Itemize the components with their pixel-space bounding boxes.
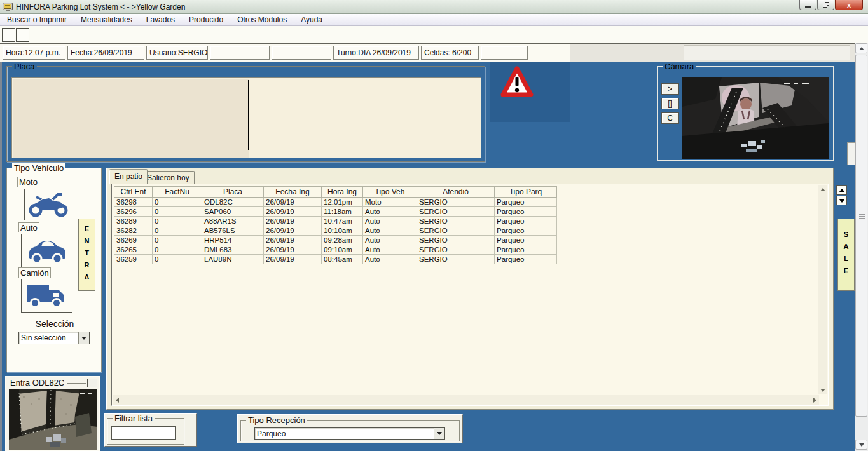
vehicle-table: Ctrl Ent FactNu Placa Fecha Ing Hora Ing…	[114, 186, 557, 264]
restore-icon	[823, 2, 829, 8]
table-cell: Auto	[363, 217, 417, 226]
camera-group-label: Cámara	[663, 62, 696, 71]
table-row[interactable]: 362960SAP06026/09/1911:18amAutoSERGIOPar…	[114, 207, 557, 217]
arrow-left-icon	[116, 398, 119, 403]
restore-button[interactable]	[817, 0, 834, 10]
seleccion-dropdown[interactable]: Sin selección	[18, 332, 90, 344]
moto-button[interactable]	[24, 189, 72, 220]
scroll-up-button[interactable]	[855, 43, 867, 53]
list-horizontal-scrollbar[interactable]	[113, 395, 819, 405]
reception-panel: Tipo Recepción Parqueo	[237, 414, 463, 443]
toolbar-button-2[interactable]	[16, 28, 29, 42]
table-cell: 26/09/19	[264, 217, 322, 226]
camera-live-image	[682, 77, 829, 159]
entra-button[interactable]: ENTRA	[78, 219, 95, 291]
menu-producido[interactable]: Producido	[182, 14, 230, 25]
camera-capture-button[interactable]: C	[661, 112, 679, 124]
table-cell: 36282	[114, 226, 153, 236]
entry-snapshot-image	[9, 389, 97, 450]
table-cell: 36269	[114, 236, 153, 245]
toolbar-button-1[interactable]	[2, 28, 15, 42]
auto-button[interactable]	[21, 234, 72, 267]
chevron-down-icon	[437, 432, 442, 435]
table-cell: Auto	[363, 245, 417, 255]
tab-en-patio[interactable]: En patio	[109, 170, 148, 184]
window-scrollbar[interactable]	[855, 43, 868, 451]
scroll-down-button[interactable]	[855, 440, 867, 450]
table-cell: ODL82C	[202, 198, 264, 207]
row-down-spinner[interactable]	[836, 196, 847, 205]
status-empty-1	[210, 46, 270, 60]
table-cell: SERGIO	[417, 245, 495, 255]
reception-dropdown[interactable]: Parqueo	[254, 427, 445, 440]
camion-label: Camión	[18, 267, 51, 278]
status-hora: Hora:12:07 p.m.	[3, 46, 65, 60]
table-body: 362980ODL82C26/09/1912:01pmMotoSERGIOPar…	[114, 198, 557, 264]
table-row[interactable]: 362890A88AR1S26/09/1910:47amAutoSERGIOPa…	[114, 217, 557, 226]
table-cell: 36259	[114, 255, 153, 264]
app-icon	[3, 3, 13, 11]
close-icon: x	[847, 1, 851, 9]
dropdown-arrow-button[interactable]	[78, 332, 89, 344]
camera-play-button[interactable]: >	[661, 83, 679, 95]
col-placa[interactable]: Placa	[202, 187, 264, 198]
table-cell: Parqueo	[495, 245, 557, 255]
table-cell: 09:10am	[322, 245, 363, 255]
table-cell: Auto	[363, 236, 417, 245]
status-empty-2	[272, 46, 331, 60]
list-scroll-down[interactable]	[818, 386, 827, 394]
status-empty-3	[481, 46, 528, 60]
table-cell: 10:47am	[322, 217, 363, 226]
camera-stop-button[interactable]: []	[661, 98, 679, 109]
minimize-button[interactable]	[799, 0, 816, 10]
spin-down-icon	[839, 199, 845, 203]
col-atendio[interactable]: Atendió	[417, 187, 495, 198]
table-cell: 0	[153, 198, 202, 207]
col-ctrl-ent[interactable]: Ctrl Ent	[114, 187, 153, 198]
reception-group: Tipo Recepción Parqueo	[240, 420, 460, 441]
menu-mensualidades[interactable]: Mensualidades	[74, 14, 139, 25]
list-scroll-right[interactable]	[811, 396, 819, 404]
camion-button[interactable]	[21, 279, 72, 313]
text-caret	[248, 80, 249, 150]
table-cell: 26/09/19	[264, 245, 322, 255]
list-scroll-left[interactable]	[113, 396, 121, 404]
menu-ayuda[interactable]: Ayuda	[294, 14, 329, 25]
table-row[interactable]: 362650DML68326/09/1909:10amAutoSERGIOPar…	[114, 245, 557, 255]
menu-otros-modulos[interactable]: Otros Módulos	[230, 14, 294, 25]
status-tray	[684, 45, 850, 60]
camera-group: Cámara > [] C	[657, 66, 834, 161]
list-scroll-up[interactable]	[818, 185, 827, 194]
truck-icon	[25, 283, 69, 309]
status-celdas: Celdas: 6/200	[421, 46, 479, 60]
list-vertical-scrollbar[interactable]	[818, 185, 827, 394]
table-row[interactable]: 362590LAU89N26/09/1908:45amAutoSERGIOPar…	[114, 255, 557, 264]
placa-input[interactable]	[11, 77, 481, 158]
scrollbar-thumb[interactable]	[855, 55, 867, 417]
col-factnu[interactable]: FactNu	[153, 187, 202, 198]
scrollbar-grip-icon	[859, 214, 865, 215]
sale-button[interactable]: SALE	[837, 219, 855, 291]
table-cell: LAU89N	[202, 255, 264, 264]
col-hora-ing[interactable]: Hora Ing	[322, 187, 363, 198]
tab-salieron-hoy[interactable]: Salieron hoy	[142, 171, 195, 184]
table-row[interactable]: 362690HRP51426/09/1909:28amAutoSERGIOPar…	[114, 236, 557, 245]
dropdown-arrow-button[interactable]	[434, 428, 444, 439]
table-cell: 26/09/19	[264, 198, 322, 207]
table-row[interactable]: 362980ODL82C26/09/1912:01pmMotoSERGIOPar…	[114, 198, 557, 207]
close-button[interactable]: x	[835, 0, 863, 10]
menu-bar: Buscar o Imprimir Mensualidades Lavados …	[0, 14, 868, 26]
window-title: HINFORA Parking Lot System < - >Yellow G…	[16, 3, 185, 11]
row-up-spinner[interactable]	[836, 185, 847, 195]
placa-group-label: Placa	[12, 62, 37, 71]
app-window: HINFORA Parking Lot System < - >Yellow G…	[0, 0, 868, 451]
col-fecha-ing[interactable]: Fecha Ing	[264, 187, 322, 198]
collapse-button[interactable]: =	[87, 379, 97, 387]
menu-lavados[interactable]: Lavados	[139, 14, 182, 25]
menu-buscar-o-imprimir[interactable]: Buscar o Imprimir	[0, 14, 74, 25]
filter-input[interactable]	[111, 426, 176, 440]
table-row[interactable]: 362820AB576LS26/09/1910:10amAutoSERGIOPa…	[114, 226, 557, 236]
list-tab-panel: En patio Salieron hoy Ctrl Ent FactNu Pl…	[106, 168, 834, 410]
col-tipo-parq[interactable]: Tipo Parq	[495, 187, 557, 198]
col-tipo-veh[interactable]: Tipo Veh	[363, 187, 417, 198]
